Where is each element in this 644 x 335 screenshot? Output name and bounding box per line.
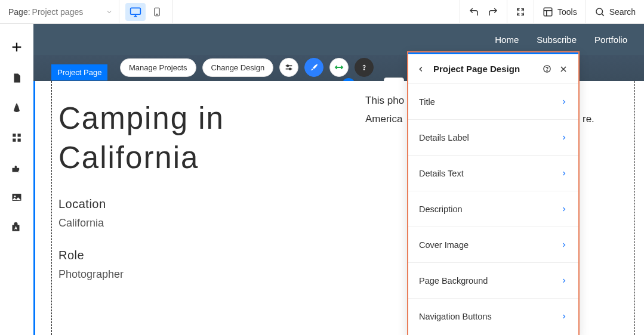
section-label[interactable]: Project Page <box>51 64 107 80</box>
page-selector-value: Project pages <box>32 7 84 17</box>
device-switch <box>119 0 173 23</box>
selection-indicator <box>33 81 35 335</box>
brush-icon <box>309 63 319 72</box>
chevron-down-icon <box>106 8 113 15</box>
panel-item-label: Details Label <box>419 133 469 142</box>
panel-item-description[interactable]: Description <box>408 191 578 227</box>
panel-item-label: Description <box>419 204 463 214</box>
svg-rect-0 <box>130 8 140 14</box>
desc-line1: This pho <box>365 95 404 106</box>
project-description[interactable]: This pho America <box>365 92 404 128</box>
search-icon <box>594 7 605 17</box>
panel-title: Project Page Design <box>433 64 537 74</box>
panel-item-label: Page Background <box>419 276 488 286</box>
zoom-group <box>507 0 534 24</box>
panel-header: Project Page Design <box>408 54 578 84</box>
help-icon-button[interactable] <box>355 58 374 77</box>
redo-button[interactable] <box>488 7 498 17</box>
panel-item-label: Details Text <box>419 169 464 178</box>
panel-item-title[interactable]: Title <box>408 84 578 120</box>
svg-point-24 <box>287 65 289 67</box>
svg-rect-17 <box>18 134 21 137</box>
manage-projects-button[interactable]: Manage Projects <box>120 58 196 77</box>
desc-line2: America <box>365 113 402 125</box>
svg-rect-19 <box>18 139 21 142</box>
chevron-left-icon <box>417 65 425 73</box>
panel-item-cover-image[interactable]: Cover Image <box>408 227 578 263</box>
mobile-view-button[interactable] <box>147 3 167 21</box>
search-group: Search <box>586 0 644 24</box>
desc-tail-block: x re. <box>583 92 594 128</box>
page-selector[interactable]: Page: Project pages <box>0 0 119 23</box>
stretch-icon <box>334 63 344 72</box>
panel-list: Title Details Label Details Text Descrip… <box>408 84 578 334</box>
svg-text:A: A <box>14 226 17 230</box>
panel-close-button[interactable] <box>559 65 570 73</box>
panel-help-button[interactable] <box>543 64 553 73</box>
search-label: Search <box>609 7 636 17</box>
close-icon <box>559 65 568 73</box>
panel-item-details-label[interactable]: Details Label <box>408 120 578 156</box>
media-icon[interactable] <box>10 191 23 204</box>
svg-point-28 <box>364 69 365 70</box>
add-element-button[interactable] <box>9 39 24 55</box>
toolbar-right: Tools Search <box>460 0 644 24</box>
svg-point-33 <box>547 70 547 71</box>
canvas: Home Subscribe Portfolio Project Page Ma… <box>33 24 644 335</box>
svg-rect-18 <box>13 139 16 142</box>
nav-subscribe[interactable]: Subscribe <box>537 35 577 45</box>
panel-item-label: Title <box>419 97 435 107</box>
panel-item-label: Navigation Buttons <box>419 312 492 321</box>
panel-item-label: Cover Image <box>419 240 469 250</box>
panel-item-page-background[interactable]: Page Background <box>408 263 578 299</box>
chevron-right-icon <box>560 98 568 106</box>
stretch-icon-button[interactable] <box>329 58 349 77</box>
sliders-icon <box>284 63 294 72</box>
panel-item-details-text[interactable]: Details Text <box>408 156 578 191</box>
desktop-view-button[interactable] <box>125 3 146 21</box>
tools-button[interactable]: Tools <box>543 7 577 17</box>
design-panel: Project Page Design Title Details Label … <box>408 52 578 335</box>
svg-line-13 <box>602 14 603 15</box>
site-header: Home Subscribe Portfolio <box>33 24 644 55</box>
guide-right <box>634 81 635 335</box>
chevron-right-icon <box>560 134 568 141</box>
tools-icon <box>543 7 553 17</box>
panel-back-button[interactable] <box>417 65 427 73</box>
chevron-right-icon <box>560 313 568 320</box>
settings-icon-button[interactable] <box>279 58 298 77</box>
svg-rect-16 <box>13 134 16 137</box>
tools-group: Tools <box>534 0 586 24</box>
chevron-right-icon <box>560 206 568 213</box>
search-button[interactable]: Search <box>594 7 636 17</box>
left-sidebar: A <box>0 24 33 335</box>
svg-point-4 <box>156 14 157 14</box>
nav-home[interactable]: Home <box>495 35 519 45</box>
design-icon-button[interactable] <box>304 58 323 77</box>
undo-redo-group <box>460 0 507 24</box>
top-toolbar: Page: Project pages <box>0 0 644 24</box>
tools-label: Tools <box>557 7 577 17</box>
question-icon <box>360 63 368 72</box>
chevron-right-icon <box>560 241 568 249</box>
design-icon[interactable] <box>10 101 23 114</box>
svg-point-21 <box>14 196 16 197</box>
store-icon[interactable]: A <box>10 221 23 234</box>
addons-icon[interactable] <box>10 161 23 174</box>
svg-point-12 <box>596 8 603 15</box>
question-icon <box>543 64 551 73</box>
section-toolbar: Manage Projects Change Design <box>120 58 374 77</box>
zoom-out-button[interactable] <box>516 7 525 17</box>
nav-portfolio[interactable]: Portfolio <box>594 35 627 45</box>
svg-point-26 <box>289 68 291 70</box>
apps-icon[interactable] <box>10 131 23 144</box>
chevron-right-icon <box>560 170 568 177</box>
pages-icon[interactable] <box>10 72 23 85</box>
page-selector-label: Page: <box>8 7 30 17</box>
desc-tail: re. <box>583 113 594 125</box>
undo-button[interactable] <box>469 7 479 17</box>
svg-rect-9 <box>544 8 552 16</box>
guide-left <box>51 81 52 335</box>
panel-item-navigation-buttons[interactable]: Navigation Buttons <box>408 299 578 334</box>
change-design-button[interactable]: Change Design <box>202 58 274 77</box>
